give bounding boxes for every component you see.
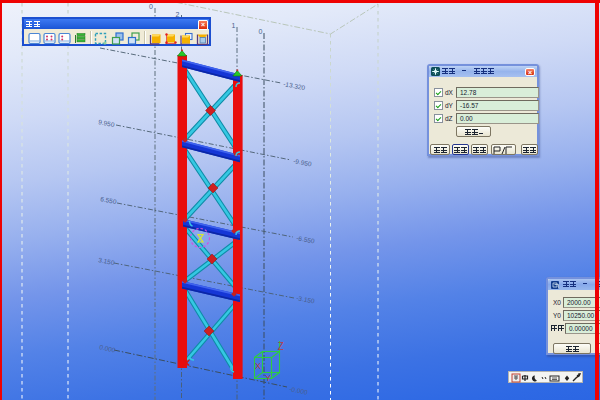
svg-text:Y: Y [265,373,271,383]
svg-text:Z: Z [278,341,284,352]
svg-text:3.150: 3.150 [98,256,116,266]
svg-text:X: X [255,361,261,371]
svg-text:1: 1 [232,22,236,29]
svg-text:-9.950: -9.950 [293,157,313,167]
svg-text:9.950: 9.950 [98,118,116,128]
svg-text:0.000: 0.000 [99,343,117,353]
svg-text:-3.150: -3.150 [296,294,316,304]
svg-text:0: 0 [259,28,263,35]
svg-text:-6.550: -6.550 [296,234,316,244]
svg-text:-0.000: -0.000 [289,385,309,396]
svg-text:-13.320: -13.320 [283,80,306,91]
svg-text:6.550: 6.550 [100,195,118,205]
svg-text:0: 0 [149,3,153,10]
